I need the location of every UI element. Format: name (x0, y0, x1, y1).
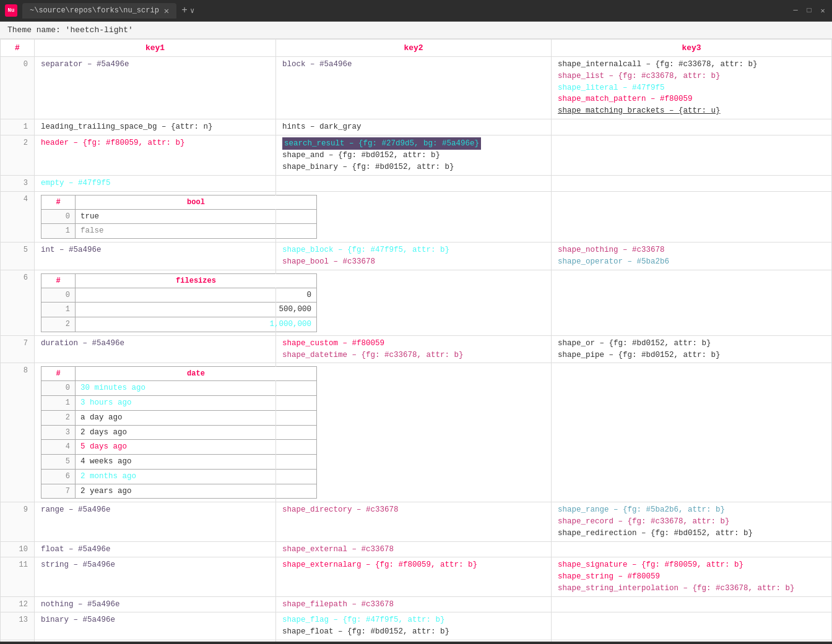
row-key3 (552, 612, 832, 640)
inner-col-index: # (41, 367, 76, 381)
theme-name-text: Theme name: 'heetch-light' (7, 25, 133, 35)
row-index: 3 (1, 175, 35, 191)
inner-row-index: 7 (41, 484, 76, 499)
row-key1: leading_trailing_space_bg – {attr: n} (35, 119, 276, 135)
row-key1: separator – #5a496e (35, 57, 276, 119)
statusbar (0, 642, 832, 644)
inner-row-index: 3 (41, 425, 76, 440)
row-key2: shape_directory – #c33678 (276, 502, 552, 541)
row-key3: shape_range – {fg: #5ba2b6, attr: b} sha… (552, 502, 832, 541)
row-index: 1 (1, 119, 35, 135)
row-key1: binary – #5a496e (35, 612, 276, 640)
inner-row-index: 1 (41, 396, 76, 411)
table-row: 8 # date 0 30 minutes ago (1, 363, 832, 502)
inner-col-filesizes: filesizes (76, 273, 317, 288)
inner-row-val: 500,000 (76, 303, 317, 317)
row-key2: search_result – {fg: #27d9d5, bg: #5a496… (276, 135, 552, 175)
row-index: 0 (1, 57, 35, 119)
row-key2: shape_block – {fg: #47f9f5, attr: b} sha… (276, 243, 552, 270)
inner-row-index: 5 (41, 455, 76, 470)
row-key1: duration – #5a496e (35, 335, 276, 363)
main-table-container[interactable]: # key1 key2 key3 0 separator – #5a496e b… (0, 39, 832, 642)
tab-label: ~\source\repos\forks\nu_scrip (30, 6, 159, 15)
row-index: 6 (1, 270, 35, 335)
row-key2: hints – dark_gray (276, 119, 552, 135)
row-key2: shape_externalarg – {fg: #f80059, attr: … (276, 557, 552, 596)
row-key2: shape_external – #c33678 (276, 541, 552, 557)
new-tab-button[interactable]: + (181, 5, 188, 16)
row-index: 12 (1, 596, 35, 612)
active-tab[interactable]: ~\source\repos\forks\nu_scrip ✕ (22, 3, 176, 19)
inner-col-index: # (41, 273, 76, 288)
inner-row-index: 0 (41, 381, 76, 396)
col-header-key2: key2 (276, 40, 552, 57)
row-key3: shape_or – {fg: #bd0152, attr: b} shape_… (552, 335, 832, 363)
close-button[interactable]: ✕ (818, 6, 827, 15)
minimize-button[interactable]: — (791, 6, 800, 15)
row-index: 9 (1, 502, 35, 541)
col-header-index: # (1, 40, 35, 57)
row-key2: shape_custom – #f80059 shape_datetime – … (276, 335, 552, 363)
row-index: 2 (1, 135, 35, 175)
row-key3 (552, 541, 832, 557)
inner-row: 2 1,000,000 (41, 317, 317, 332)
table-header-row: # key1 key2 key3 (1, 40, 832, 57)
inner-row-index: 2 (41, 410, 76, 425)
data-table: # key1 key2 key3 0 separator – #5a496e b… (0, 39, 832, 642)
maximize-button[interactable]: □ (805, 6, 813, 15)
row-key3 (552, 119, 832, 135)
tab-close-icon[interactable]: ✕ (164, 6, 169, 16)
col-header-key3: key3 (552, 40, 832, 57)
row-key3 (552, 175, 832, 191)
titlebar: Nu ~\source\repos\forks\nu_scrip ✕ + ∨ —… (0, 0, 832, 22)
row-key1: int – #5a496e (35, 243, 276, 270)
table-row: 0 separator – #5a496e block – #5a496e sh… (1, 57, 832, 119)
window-controls: — □ ✕ (791, 6, 827, 15)
col-header-key1: key1 (35, 40, 276, 57)
inner-row-val: 1,000,000 (76, 317, 317, 332)
inner-col-index: # (41, 195, 76, 209)
row-key3 (552, 191, 832, 243)
table-row: 2 header – {fg: #f80059, attr: b} search… (1, 135, 832, 175)
table-row: 12 nothing – #5a496e shape_filepath – #c… (1, 596, 832, 612)
table-row: 5 int – #5a496e shape_block – {fg: #47f9… (1, 243, 832, 270)
row-key1: string – #5a496e (35, 557, 276, 596)
row-key3 (552, 596, 832, 612)
inner-row-index: 6 (41, 469, 76, 484)
inner-row-index: 4 (41, 440, 76, 455)
row-index: 4 (1, 191, 35, 243)
row-key2: shape_filepath – #c33678 (276, 596, 552, 612)
row-index: 7 (1, 335, 35, 363)
row-key2 (276, 191, 552, 243)
row-key1: # date 0 30 minutes ago 1 3 hours (35, 363, 276, 502)
table-row: 11 string – #5a496e shape_externalarg – … (1, 557, 832, 596)
inner-col-bool: bool (76, 195, 317, 209)
row-key1: empty – #47f9f5 (35, 175, 276, 191)
inner-row-index: 0 (41, 288, 76, 303)
table-row: 3 empty – #47f9f5 (1, 175, 832, 191)
table-row: 4 # bool 0 true (1, 191, 832, 243)
row-key1: float – #5a496e (35, 541, 276, 557)
table-row: 6 # filesizes 0 0 (1, 270, 832, 335)
row-key3 (552, 270, 832, 335)
inner-row-index: 1 (41, 303, 76, 317)
theme-name-bar: Theme name: 'heetch-light' (0, 22, 832, 39)
row-key2 (276, 363, 552, 502)
row-key1: range – #5a496e (35, 502, 276, 541)
row-index: 10 (1, 541, 35, 557)
row-key1: # bool 0 true 1 false (35, 191, 276, 243)
row-key1: # filesizes 0 0 1 500,000 (35, 270, 276, 335)
table-row: 7 duration – #5a496e shape_custom – #f80… (1, 335, 832, 363)
row-key1: nothing – #5a496e (35, 596, 276, 612)
inner-col-date: date (76, 367, 317, 381)
table-row: 9 range – #5a496e shape_directory – #c33… (1, 502, 832, 541)
row-key2: block – #5a496e (276, 57, 552, 119)
row-key1: header – {fg: #f80059, attr: b} (35, 135, 276, 175)
row-key3 (552, 363, 832, 502)
table-row: 10 float – #5a496e shape_external – #c33… (1, 541, 832, 557)
tab-dropdown-icon[interactable]: ∨ (190, 6, 194, 15)
row-index: 11 (1, 557, 35, 596)
row-key3: shape_internalcall – {fg: #c33678, attr:… (552, 57, 832, 119)
row-key3: shape_signature – {fg: #f80059, attr: b}… (552, 557, 832, 596)
inner-row-index: 0 (41, 209, 76, 224)
